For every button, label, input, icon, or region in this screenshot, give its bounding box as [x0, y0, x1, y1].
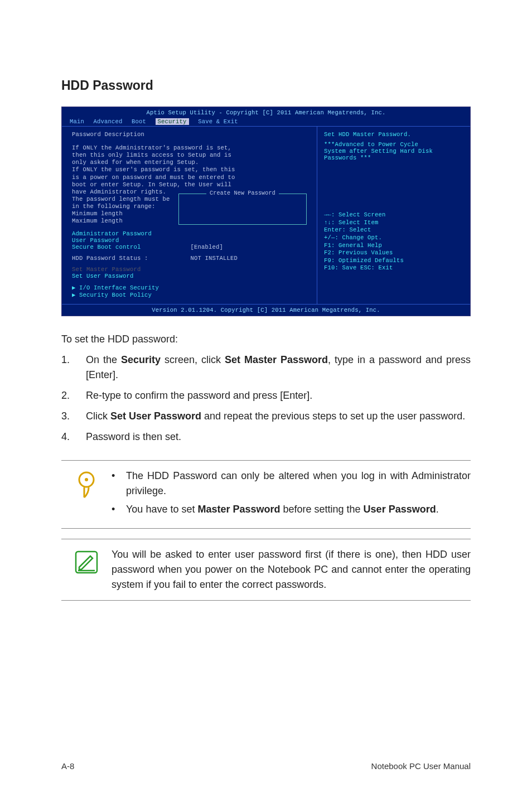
note-text: before setting the — [280, 504, 364, 515]
svg-point-1 — [85, 478, 88, 481]
step-text: screen, click — [161, 354, 225, 365]
tab-main: Main — [70, 118, 84, 125]
bios-tabs: Main Advanced Boot Security Save & Exit — [62, 117, 470, 127]
bios-set-master: Set Master Password — [72, 266, 309, 273]
note-text: . — [436, 504, 439, 515]
bios-right-line: ***Advanced to Power Cycle — [324, 141, 463, 148]
step-text: Password is then set. — [86, 429, 471, 445]
bullet-icon: • — [112, 468, 126, 499]
bios-right-line: System after Setting Hard Disk — [324, 148, 463, 154]
bios-desc-line: then this only limits access to Setup an… — [72, 152, 309, 159]
triangle-icon: ▶ — [72, 292, 79, 298]
step-2: 2. Re-type to confirm the password and p… — [61, 388, 471, 403]
create-password-label: Create New Password — [206, 190, 279, 196]
bios-help-line: F2: Previous Values — [324, 249, 463, 257]
tab-boot: Boot — [132, 118, 146, 125]
tab-security: Security — [156, 118, 189, 125]
tip-note: •The HDD Password can only be altered wh… — [61, 460, 471, 529]
step-3: 3. Click Set User Password and repeat th… — [61, 409, 471, 424]
bios-right-line: Passwords *** — [324, 154, 463, 161]
bios-desc-line: If ONLY the user's password is set, then… — [72, 166, 309, 173]
bios-admin-password: Administrator Password — [72, 230, 309, 237]
bios-screenshot: Aptio Setup Utility - Copyright [C] 2011… — [61, 107, 471, 316]
bios-help-line: F10: Save ESC: Exit — [324, 264, 463, 272]
step-bold: Set User Password — [110, 410, 201, 422]
section-title: HDD Password — [61, 78, 471, 93]
bios-user-password: User Password — [72, 237, 309, 244]
step-number: 3. — [61, 409, 86, 424]
lightbulb-icon — [61, 468, 112, 520]
step-4: 4. Password is then set. — [61, 429, 471, 445]
pencil-note-icon — [61, 547, 112, 592]
footer-title: Notebook PC User Manual — [371, 761, 471, 771]
bios-help-line: Enter: Select — [324, 226, 463, 234]
bios-pw-desc-header: Password Description — [72, 131, 309, 138]
bios-help-keys: →←: Select Screen ↑↓: Select Item Enter:… — [324, 211, 463, 272]
bios-desc-line: boot or enter Setup. In Setup, the User … — [72, 181, 309, 189]
bios-help-line: ↑↓: Select Item — [324, 219, 463, 227]
page-footer: A-8 Notebook PC User Manual — [61, 761, 471, 771]
note-text: The HDD Password can only be altered whe… — [126, 468, 471, 499]
ordered-steps: 1. On the Security screen, click Set Mas… — [61, 352, 471, 445]
bios-right-pane: Set HDD Master Password. ***Advanced to … — [317, 127, 470, 304]
bios-help-line: F9: Optimized Defaults — [324, 257, 463, 265]
step-bold: Security — [121, 354, 161, 365]
bios-left-pane: Password Description If ONLY the Adminis… — [62, 127, 317, 304]
bios-desc-line: If ONLY the Administrator's password is … — [72, 144, 309, 152]
intro-text: To set the HDD password: — [61, 332, 471, 347]
tab-save-exit: Save & Exit — [198, 118, 238, 125]
info-note: You will be asked to enter user password… — [61, 539, 471, 601]
step-text: On the — [86, 354, 121, 365]
bios-hdd-status: HDD Password Status : — [72, 255, 191, 262]
bullet-icon: • — [112, 502, 126, 517]
bios-desc-line: only asked for when entering Setup. — [72, 159, 309, 166]
bios-hdd-status-value: NOT INSTALLED — [191, 255, 309, 262]
step-text: Re-type to confirm the password and pres… — [86, 388, 471, 403]
note-text: You have to set — [126, 504, 197, 515]
bios-footer: Version 2.01.1204. Copyright [C] 2011 Am… — [62, 304, 470, 316]
bios-help-line: F1: General Help — [324, 242, 463, 250]
create-password-dialog: Create New Password — [178, 194, 307, 225]
step-text: and repeat the previous steps to set up … — [201, 410, 465, 422]
page-number: A-8 — [61, 761, 74, 771]
bios-desc-line: is a power on password and must be enter… — [72, 174, 309, 181]
bios-io-security: I/O Interface Security — [79, 284, 159, 291]
note-text: You will be asked to enter user password… — [112, 547, 471, 592]
note-bold: Master Password — [197, 504, 280, 515]
triangle-icon: ▶ — [72, 284, 79, 291]
bios-right-title: Set HDD Master Password. — [324, 131, 463, 138]
tab-advanced: Advanced — [94, 118, 123, 125]
bios-header: Aptio Setup Utility - Copyright [C] 2011… — [62, 107, 470, 117]
bios-set-user: Set User Password — [72, 273, 309, 279]
bios-secure-boot-value: [Enabled] — [191, 244, 309, 250]
bios-secure-boot: Secure Boot control — [72, 244, 191, 250]
step-1: 1. On the Security screen, click Set Mas… — [61, 352, 471, 383]
step-number: 1. — [61, 352, 86, 383]
bios-security-boot-policy: Security Boot Policy — [79, 292, 152, 298]
note-bold: User Password — [364, 504, 436, 515]
step-number: 2. — [61, 388, 86, 403]
step-bold: Set Master Password — [225, 354, 328, 365]
step-text: Click — [86, 410, 110, 422]
step-number: 4. — [61, 429, 86, 445]
bios-help-line: →←: Select Screen — [324, 211, 463, 219]
bios-help-line: +/—: Change Opt. — [324, 234, 463, 242]
